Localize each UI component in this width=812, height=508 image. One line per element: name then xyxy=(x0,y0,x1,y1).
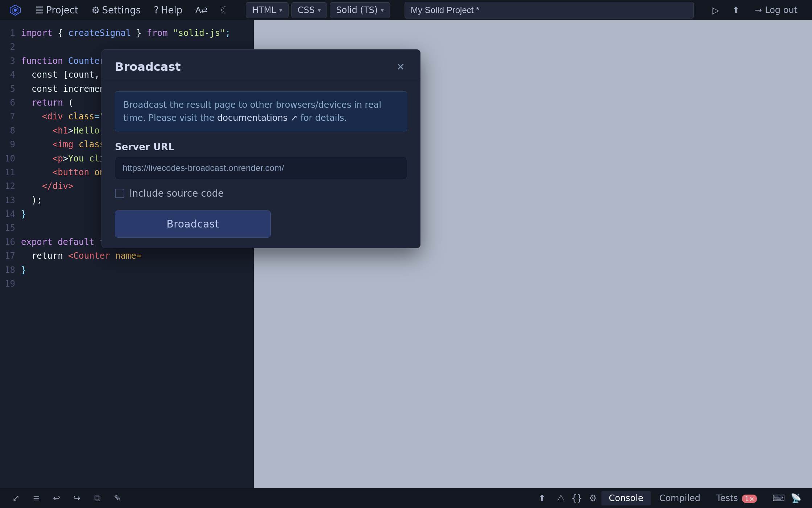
modal-body: Broadcast the result page to other brows… xyxy=(102,81,420,248)
tab-compiled-label: Compiled xyxy=(659,493,700,503)
info-text-after: for details. xyxy=(298,113,347,123)
framework-dropdown[interactable]: Solid (TS) ▾ xyxy=(330,2,390,18)
code-line: 19 xyxy=(0,277,254,291)
settings-icon-btn[interactable]: ⚙ xyxy=(585,491,600,505)
app-logo[interactable] xyxy=(9,4,22,17)
tab-compiled[interactable]: Compiled xyxy=(652,491,708,505)
line-number: 4 xyxy=(3,68,21,82)
alert-icon-btn[interactable]: ⚠ xyxy=(554,491,568,505)
bottom-tabs: ⬆ ⚠ {} ⚙ Console Compiled Tests 1× ⌨ 📡 xyxy=(535,491,803,505)
nav-translate[interactable]: A⇄ xyxy=(190,3,212,18)
top-nav: ☰ Project ⚙ Settings ? Help A⇄ ☾ xyxy=(30,3,234,18)
line-number: 9 xyxy=(3,138,21,151)
moon-icon: ☾ xyxy=(221,5,229,16)
copy-icon: ⧉ xyxy=(94,493,100,503)
line-number: 12 xyxy=(3,179,21,193)
broadcast-modal: Broadcast ✕ Broadcast the result page to… xyxy=(102,49,420,248)
server-url-input[interactable] xyxy=(115,157,407,179)
chevron-down-icon: ▾ xyxy=(381,6,384,14)
nav-settings-label: Settings xyxy=(102,5,141,16)
include-source-row: Include source code xyxy=(115,188,407,199)
line-number: 18 xyxy=(3,263,21,277)
code-line: 18 } xyxy=(0,263,254,277)
logout-label: Log out xyxy=(765,5,798,15)
html-dropdown[interactable]: HTML ▾ xyxy=(246,2,289,18)
modal-close-button[interactable]: ✕ xyxy=(394,60,407,73)
keyboard-icon-btn[interactable]: ⌨ xyxy=(771,491,786,505)
line-number: 5 xyxy=(3,82,21,96)
tests-badge: 1× xyxy=(742,495,757,503)
share-button[interactable]: ⬆ xyxy=(729,3,743,17)
broadcast-icon-btn[interactable]: 📡 xyxy=(789,491,803,505)
keyboard-icon: ⌨ xyxy=(772,493,785,503)
tab-tests-label: Tests xyxy=(716,493,738,503)
copy-button[interactable]: ⧉ xyxy=(90,491,104,505)
line-number: 14 xyxy=(3,207,21,221)
braces-icon-btn[interactable]: {} xyxy=(569,491,584,505)
translate-icon: A⇄ xyxy=(195,5,207,15)
hamburger-icon: ☰ xyxy=(36,5,44,16)
svg-point-2 xyxy=(14,9,17,12)
line-number: 6 xyxy=(3,96,21,110)
expand-button[interactable]: ⤢ xyxy=(9,491,23,505)
css-label: CSS xyxy=(298,5,315,15)
include-source-label[interactable]: Include source code xyxy=(129,188,224,199)
language-dropdowns: HTML ▾ CSS ▾ Solid (TS) ▾ xyxy=(246,2,390,18)
redo-icon: ↪ xyxy=(73,493,80,503)
line-number: 13 xyxy=(3,193,21,207)
line-number: 11 xyxy=(3,165,21,179)
server-url-label: Server URL xyxy=(115,142,407,152)
upload-icon: ⬆ xyxy=(538,493,546,503)
nav-theme[interactable]: ☾ xyxy=(216,3,234,18)
line-number: 3 xyxy=(3,54,21,68)
line-number: 7 xyxy=(3,110,21,123)
chevron-down-icon: ▾ xyxy=(279,6,282,14)
undo-icon: ↩ xyxy=(53,493,60,503)
broadcast-button[interactable]: Broadcast xyxy=(115,210,271,238)
tab-console[interactable]: Console xyxy=(601,491,650,505)
docs-link[interactable]: documentations ↗ xyxy=(217,113,298,123)
include-source-checkbox[interactable] xyxy=(115,189,124,198)
main-area: 1 import { createSignal } from "solid-js… xyxy=(0,20,812,488)
expand-icon: ⤢ xyxy=(12,493,20,503)
css-dropdown[interactable]: CSS ▾ xyxy=(291,2,327,18)
bottom-right-icons: ⌨ 📡 xyxy=(771,491,803,505)
play-icon: ▷ xyxy=(712,5,719,16)
share-icon: ⬆ xyxy=(733,5,739,15)
nav-settings[interactable]: ⚙ Settings xyxy=(86,3,146,18)
top-bar: ☰ Project ⚙ Settings ? Help A⇄ ☾ HTML ▾ … xyxy=(0,0,812,20)
edit-button[interactable]: ✎ xyxy=(110,491,125,505)
logout-button[interactable]: → Log out xyxy=(749,3,803,17)
broadcast-icon: 📡 xyxy=(791,493,801,503)
nav-help[interactable]: ? Help xyxy=(149,3,187,18)
tab-tests[interactable]: Tests 1× xyxy=(709,491,764,505)
upload-icon-btn[interactable]: ⬆ xyxy=(535,491,549,505)
format-list-button[interactable]: ≡ xyxy=(29,491,44,505)
chevron-down-icon: ▾ xyxy=(318,6,321,14)
run-button[interactable]: ▷ xyxy=(708,3,723,17)
nav-project[interactable]: ☰ Project xyxy=(30,3,83,18)
project-name-input[interactable] xyxy=(405,2,694,19)
line-number: 19 xyxy=(3,277,21,291)
line-number: 10 xyxy=(3,152,21,165)
close-icon: ✕ xyxy=(396,61,405,73)
modal-title: Broadcast xyxy=(115,60,181,74)
modal-header: Broadcast ✕ xyxy=(102,50,420,81)
braces-icon: {} xyxy=(571,493,583,503)
redo-button[interactable]: ↪ xyxy=(70,491,84,505)
nav-project-label: Project xyxy=(46,5,78,16)
logout-icon: → xyxy=(755,5,762,15)
undo-button[interactable]: ↩ xyxy=(49,491,64,505)
alert-icon: ⚠ xyxy=(557,493,565,503)
list-icon: ≡ xyxy=(33,493,40,503)
tab-console-label: Console xyxy=(609,493,643,503)
line-number: 2 xyxy=(3,40,21,54)
line-number: 17 xyxy=(3,249,21,263)
top-actions: ▷ ⬆ → Log out xyxy=(708,3,803,17)
info-banner: Broadcast the result page to other brows… xyxy=(115,91,407,131)
code-line: 1 import { createSignal } from "solid-js… xyxy=(0,26,254,40)
line-number: 16 xyxy=(3,235,21,249)
help-icon: ? xyxy=(154,5,159,16)
gear-icon: ⚙ xyxy=(589,493,597,503)
line-number: 1 xyxy=(3,26,21,40)
